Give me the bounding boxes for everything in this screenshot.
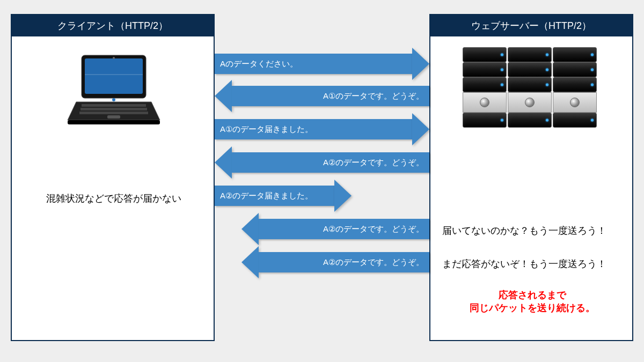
arrow-4-left: A②のデータです。どうぞ。 [215, 152, 429, 173]
client-box: クライアント（HTTP/2） [11, 14, 215, 341]
server-title: ウェブサーバー（HTTP/2） [430, 15, 632, 36]
arrow-head-left-icon [241, 246, 259, 278]
arrow-head-right-icon [412, 48, 429, 80]
arrow-6-left: A②のデータです。どうぞ。 [241, 219, 429, 239]
arrow-label: A②のデータ届きました。 [215, 186, 334, 206]
svg-rect-3 [85, 74, 143, 75]
svg-rect-4 [68, 120, 160, 124]
server-warning-line2: 同じパケットを送り続ける。 [470, 302, 595, 313]
arrow-3-right: A①のデータ届きました。 [215, 119, 429, 139]
server-warning-line1: 応答されるまで [499, 290, 566, 300]
arrow-head-right-icon [334, 180, 352, 212]
server-note-2: まだ応答がないぞ！もう一度送ろう！ [442, 257, 606, 270]
svg-rect-1 [85, 58, 143, 94]
arrow-label: Aのデータください。 [215, 54, 412, 74]
server-note-1: 届いてないのかな？もう一度送ろう！ [442, 224, 606, 237]
arrow-head-left-icon [215, 80, 232, 112]
arrow-label: A①のデータです。どうぞ。 [232, 86, 429, 106]
server-warning: 応答されるまで 同じパケットを送り続ける。 [452, 289, 613, 314]
arrow-label: A②のデータです。どうぞ。 [259, 219, 429, 239]
svg-rect-5 [82, 104, 146, 107]
arrow-5-right: A②のデータ届きました。 [215, 186, 352, 206]
arrow-label: A②のデータです。どうぞ。 [232, 152, 429, 173]
laptop-icon [65, 53, 162, 130]
arrow-head-right-icon [412, 113, 429, 145]
client-note: 混雑状況などで応答が届かない [39, 192, 189, 205]
svg-rect-6 [80, 108, 147, 110]
svg-rect-8 [107, 115, 120, 119]
server-box: ウェブサーバー（HTTP/2） 届いてないのかな？もう一度送ろう！ まだ応答がな… [429, 14, 633, 341]
arrow-head-left-icon [241, 213, 259, 245]
arrow-7-left: A②のデータです。どうぞ。 [241, 252, 429, 272]
arrow-label: A②のデータです。どうぞ。 [259, 252, 429, 272]
svg-point-9 [112, 98, 115, 101]
arrow-1-right: Aのデータください。 [215, 54, 429, 74]
svg-point-2 [113, 57, 115, 59]
arrow-head-left-icon [215, 146, 232, 179]
client-title: クライアント（HTTP/2） [12, 15, 214, 36]
svg-rect-7 [79, 112, 148, 114]
arrow-2-left: A①のデータです。どうぞ。 [215, 86, 429, 106]
server-rack-icon [463, 47, 597, 128]
arrow-label: A①のデータ届きました。 [215, 119, 412, 139]
